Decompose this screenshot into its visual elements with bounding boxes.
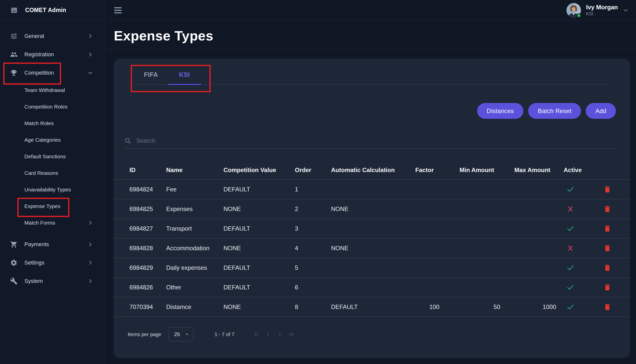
sidebar-item-general[interactable]: General	[0, 27, 104, 45]
delete-trash-icon[interactable]	[603, 244, 611, 252]
cell-min: 50	[493, 303, 514, 310]
cell-name: Expenses	[166, 205, 223, 213]
search-input[interactable]	[136, 137, 488, 144]
chevron-right-icon	[87, 52, 93, 57]
sidebar-item-payments[interactable]: Payments	[0, 235, 104, 253]
cell-id: 6984825	[129, 205, 166, 213]
sidebar-item-settings[interactable]: Settings	[0, 253, 104, 272]
chevron-right-icon	[87, 220, 93, 226]
cell-compval: NONE	[223, 245, 295, 252]
sidebar-item-card-reasons[interactable]: Card Reasons	[0, 165, 104, 181]
action-buttons: Distances Batch Reset Add	[114, 103, 616, 119]
sidebar-item-match-forms[interactable]: Match Forms	[0, 215, 104, 231]
sidebar-item-registration[interactable]: Registration	[0, 45, 104, 64]
chevron-down-icon	[87, 70, 93, 76]
table-row: 6984824FeeDEFAULT1	[114, 180, 630, 199]
chevron-right-icon	[87, 260, 93, 266]
tab-ksi[interactable]: KSI	[168, 65, 201, 84]
add-button[interactable]: Add	[586, 103, 616, 119]
dropdown-arrow-icon	[184, 331, 190, 337]
page-title: Expense Types	[114, 28, 636, 43]
table-row: 6984829Daily expensesDEFAULT5	[114, 258, 630, 278]
cell-id: 6984827	[129, 225, 166, 232]
sidebar-item-label: Settings	[24, 259, 44, 266]
active-check-icon	[566, 224, 575, 233]
cell-id: 6984829	[129, 264, 166, 271]
hamburger-menu-icon[interactable]	[114, 7, 122, 13]
expense-types-card: FIFA KSI Distances Batch Reset Add IDNam…	[114, 59, 630, 358]
trophy-icon	[10, 69, 18, 77]
sidebar-item-default-sanctions[interactable]: Default Sanctions	[0, 148, 104, 165]
delete-trash-icon[interactable]	[603, 185, 611, 194]
sidebar-item-label: Payments	[24, 241, 49, 248]
cell-order: 5	[295, 264, 331, 271]
active-check-icon	[566, 283, 575, 292]
sidebar-item-label: Competition Roles	[24, 104, 68, 110]
sidebar-item-competition[interactable]: Competition	[0, 64, 104, 82]
sidebar-item-age-categories[interactable]: Age Categories	[0, 132, 104, 148]
online-status-dot	[577, 13, 581, 18]
wrench-icon	[10, 277, 18, 285]
sidebar-item-label: Unavailability Types	[24, 187, 71, 193]
delete-trash-icon[interactable]	[603, 205, 611, 213]
cell-order: 6	[295, 284, 331, 291]
cell-compval: DEFAULT	[223, 225, 295, 232]
page-size-select[interactable]: 25	[169, 327, 193, 341]
sidebar-item-label: General	[24, 33, 44, 39]
delete-trash-icon[interactable]	[603, 224, 611, 233]
cell-name: Daily expenses	[166, 264, 223, 271]
sidebar-item-match-roles[interactable]: Match Roles	[0, 115, 104, 132]
cell-compval: DEFAULT	[223, 186, 295, 193]
delete-trash-icon[interactable]	[603, 264, 611, 272]
page-range-label: 1 - 7 of 7	[214, 332, 234, 337]
sidebar-item-label: Match Forms	[24, 220, 55, 226]
sidebar-item-label: Match Roles	[24, 120, 54, 126]
sidebar-item-unavailability-types[interactable]: Unavailability Types	[0, 181, 104, 198]
sidebar: COMET Admin GeneralRegistrationCompetiti…	[0, 0, 104, 364]
previous-page-icon[interactable]	[265, 331, 271, 338]
cell-compval: NONE	[223, 205, 295, 213]
sidebar-item-expense-types[interactable]: Expense Types	[0, 198, 104, 215]
tune-icon	[10, 32, 18, 40]
sidebar-item-label: Expense Types	[24, 203, 60, 209]
column-header-competition-value: Competition Value	[223, 167, 295, 174]
avatar	[566, 3, 581, 18]
cell-order: 2	[295, 205, 331, 213]
sidebar-item-label: Registration	[24, 51, 54, 58]
column-header-id: ID	[129, 167, 166, 174]
cell-order: 4	[295, 245, 331, 252]
cell-order: 3	[295, 225, 331, 232]
cell-name: Fee	[166, 186, 223, 193]
distances-button[interactable]: Distances	[477, 103, 523, 119]
delete-trash-icon[interactable]	[603, 303, 611, 311]
gear-icon	[10, 259, 18, 267]
page-size-value: 25	[174, 331, 180, 337]
brand: COMET Admin	[0, 0, 104, 21]
active-check-icon	[566, 264, 575, 272]
user-menu[interactable]: Ivy Morgan KSI	[566, 3, 628, 18]
delete-trash-icon[interactable]	[603, 283, 611, 292]
column-header-automatic-calculation: Automatic Calculation	[331, 167, 415, 174]
sidebar-item-system[interactable]: System	[0, 272, 104, 290]
first-page-icon[interactable]	[253, 331, 260, 338]
cell-compval: DEFAULT	[223, 264, 295, 271]
column-header-order: Order	[295, 167, 331, 174]
table-header-row: IDNameCompetition ValueOrderAutomatic Ca…	[114, 161, 630, 180]
tab-fifa[interactable]: FIFA	[134, 65, 168, 84]
sidebar-item-competition-roles[interactable]: Competition Roles	[0, 98, 104, 115]
cell-max: 1000	[543, 303, 564, 310]
table-row: 7070394DistamceNONE8DEFAULT100501000	[114, 297, 630, 317]
cell-autocalc: DEFAULT	[331, 303, 415, 310]
next-page-icon[interactable]	[277, 331, 283, 338]
paginator-nav	[253, 331, 295, 338]
chevron-right-icon	[87, 278, 93, 284]
table-body: 6984824FeeDEFAULT16984825ExpensesNONE2NO…	[114, 180, 630, 317]
batch-reset-button[interactable]: Batch Reset	[528, 103, 581, 119]
table-row: 6984825ExpensesNONE2NONE	[114, 199, 630, 219]
chevron-down-icon	[623, 8, 628, 13]
sidebar-item-team-withdrawal[interactable]: Team Withdrawal	[0, 82, 104, 98]
inactive-x-icon	[566, 244, 575, 252]
last-page-icon[interactable]	[288, 331, 295, 338]
cell-name: Other	[166, 284, 223, 291]
title-divider	[105, 50, 636, 50]
